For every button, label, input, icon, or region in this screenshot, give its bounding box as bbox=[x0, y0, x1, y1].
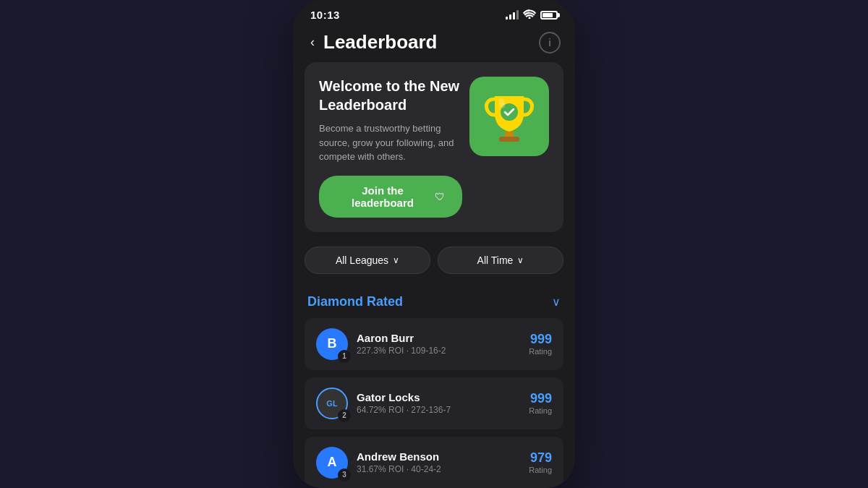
leagues-chevron-icon: ∨ bbox=[393, 255, 399, 265]
signal-icon bbox=[506, 10, 519, 20]
join-button-label: Join the leaderboard bbox=[336, 184, 429, 209]
diamond-rated-chevron-icon: ∨ bbox=[552, 295, 561, 309]
page-title: Leaderboard bbox=[323, 31, 539, 53]
time-filter-label: All Time bbox=[477, 254, 514, 266]
status-bar: 10:13 bbox=[293, 0, 575, 25]
time-chevron-icon: ∨ bbox=[517, 255, 524, 265]
svg-rect-0 bbox=[505, 132, 514, 137]
leaderboard-item[interactable]: GL 2 Gator Locks 64.72% ROI · 272-136-7 … bbox=[305, 377, 563, 429]
content-area: Welcome to the New Leaderboard Become a … bbox=[293, 62, 575, 488]
welcome-text-area: Welcome to the New Leaderboard Become a … bbox=[319, 77, 469, 218]
rank-badge: 3 bbox=[338, 468, 351, 481]
filter-bar: All Leagues ∨ All Time ∨ bbox=[305, 247, 563, 274]
wifi-icon bbox=[523, 9, 536, 21]
rating-label: Rating bbox=[529, 347, 552, 356]
svg-rect-1 bbox=[499, 137, 519, 142]
rating-label: Rating bbox=[529, 406, 552, 415]
leagues-filter-label: All Leagues bbox=[336, 254, 388, 266]
player-stats: 227.3% ROI · 109-16-2 bbox=[357, 346, 446, 356]
leagues-filter-button[interactable]: All Leagues ∨ bbox=[305, 247, 430, 274]
trophy-container bbox=[469, 77, 549, 156]
phone-frame: 10:13 ‹ Leaderboard i bbox=[293, 0, 575, 488]
battery-icon bbox=[540, 11, 558, 20]
player-name: Aaron Burr bbox=[357, 332, 446, 344]
status-time: 10:13 bbox=[310, 9, 340, 21]
rating-label: Rating bbox=[529, 466, 552, 474]
welcome-title: Welcome to the New Leaderboard bbox=[319, 77, 462, 114]
shield-icon: 🛡 bbox=[435, 191, 445, 202]
diamond-rated-title: Diamond Rated bbox=[307, 294, 403, 309]
join-leaderboard-button[interactable]: Join the leaderboard 🛡 bbox=[319, 176, 462, 218]
time-filter-button[interactable]: All Time ∨ bbox=[438, 247, 563, 274]
rank-badge: 1 bbox=[338, 350, 351, 363]
info-button[interactable]: i bbox=[539, 32, 561, 53]
player-stats: 64.72% ROI · 272-136-7 bbox=[357, 405, 451, 415]
player-rating: 999 bbox=[529, 391, 552, 406]
player-name: Andrew Benson bbox=[357, 450, 441, 463]
back-button[interactable]: ‹ bbox=[307, 32, 318, 53]
rank-badge: 2 bbox=[338, 409, 351, 422]
leaderboard-item[interactable]: B 1 Aaron Burr 227.3% ROI · 109-16-2 999… bbox=[305, 318, 563, 370]
player-stats: 31.67% ROI · 40-24-2 bbox=[357, 464, 441, 474]
player-name: Gator Locks bbox=[357, 391, 451, 403]
player-rating: 999 bbox=[529, 332, 552, 347]
diamond-rated-section-header[interactable]: Diamond Rated ∨ bbox=[305, 286, 563, 318]
info-icon: i bbox=[548, 37, 550, 48]
welcome-card: Welcome to the New Leaderboard Become a … bbox=[305, 62, 563, 232]
page-header: ‹ Leaderboard i bbox=[293, 25, 575, 62]
trophy-icon bbox=[480, 87, 538, 145]
leaderboard-item[interactable]: A 3 Andrew Benson 31.67% ROI · 40-24-2 9… bbox=[305, 437, 563, 489]
welcome-description: Become a trustworthy betting source, gro… bbox=[319, 121, 462, 164]
status-icons bbox=[506, 9, 558, 21]
player-rating: 979 bbox=[529, 450, 552, 466]
